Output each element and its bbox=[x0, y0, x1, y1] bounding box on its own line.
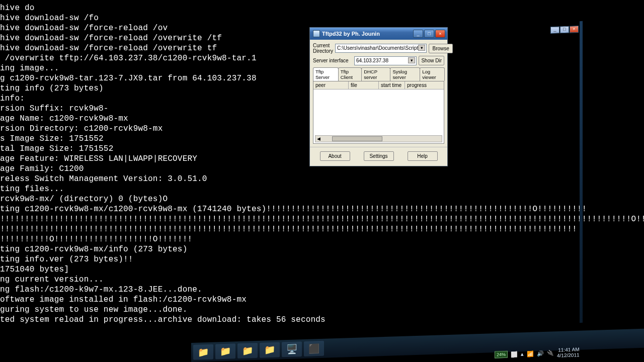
tray-chevron-icon[interactable]: ▴ bbox=[521, 350, 524, 357]
terminal-line: ting c1200-rcvk9w8-mx/info (273 bytes) bbox=[0, 244, 644, 254]
close-button[interactable]: × bbox=[435, 30, 445, 38]
column-headers: peer file start time progress bbox=[313, 81, 444, 89]
terminal-line: !!!!!!!!!!O!!!!!!!!!!!!!!!!!!!!O!!!!!!! bbox=[0, 234, 644, 244]
terminal-line: guring system to use new image...done. bbox=[0, 305, 644, 315]
terminal-line: ting info.ver (273 bytes)!! bbox=[0, 254, 644, 264]
tab-dhcp-server[interactable]: DHCP server bbox=[361, 67, 390, 81]
terminal-line: 1751040 bytes] bbox=[0, 264, 644, 275]
cmd-close-button[interactable]: × bbox=[570, 26, 579, 33]
tab-tftp-client[interactable]: Tftp Client bbox=[338, 67, 362, 81]
maximize-button[interactable]: □ bbox=[424, 30, 434, 38]
tftp-server-panel: peer file start time progress ◀ bbox=[313, 81, 444, 144]
tab-bar: Tftp Server Tftp Client DHCP server Sysl… bbox=[313, 67, 444, 81]
browse-button[interactable]: Browse bbox=[429, 44, 453, 53]
server-interface-label: Server interface bbox=[313, 58, 352, 63]
cmd-maximize-button[interactable]: □ bbox=[560, 26, 569, 34]
col-peer[interactable]: peer bbox=[313, 81, 349, 89]
col-progress[interactable]: progress bbox=[405, 81, 444, 89]
taskbar-icon-folder-2[interactable]: 📁 bbox=[237, 343, 258, 358]
clock[interactable]: 11:41 AM 4/12/2011 bbox=[557, 346, 580, 358]
tab-tftp-server[interactable]: Tftp Server bbox=[313, 67, 339, 81]
col-file[interactable]: file bbox=[349, 81, 379, 89]
dialog-titlebar[interactable]: Tftpd32 by Ph. Jounin _ □ × bbox=[310, 28, 447, 40]
current-directory-label: Current Directory bbox=[313, 43, 333, 54]
terminal-line: hive do bbox=[0, 3, 644, 13]
cmd-minimize-button[interactable]: _ bbox=[550, 26, 559, 34]
tray-icon[interactable]: ⬜ bbox=[511, 351, 518, 357]
dialog-title: Tftpd32 by Ph. Jounin bbox=[322, 31, 413, 37]
taskbar-icon-tftpd[interactable]: ⬛ bbox=[304, 341, 324, 356]
col-start-time[interactable]: start time bbox=[379, 81, 405, 89]
app-icon bbox=[313, 30, 320, 37]
taskbar-icon-folder[interactable]: 📁 bbox=[215, 343, 235, 359]
minimize-button[interactable]: _ bbox=[413, 30, 423, 38]
settings-button[interactable]: Settings bbox=[364, 151, 394, 161]
monitor-edge bbox=[580, 21, 583, 323]
terminal-line: !!!!!!!!!!!!!!!!!!!!!!!!!!!!!!!!!!!!!!!!… bbox=[0, 214, 644, 224]
scrollbar-thumb[interactable] bbox=[332, 136, 382, 141]
tab-syslog-server[interactable]: Syslog server bbox=[390, 67, 420, 81]
current-directory-combo[interactable]: C:\Users\vinashar\Documents\Script bbox=[335, 44, 427, 53]
terminal-line: hive download-sw /fo bbox=[0, 13, 644, 23]
system-tray[interactable]: 24% ⬜ ▴ 📶 🔊 🔌 11:41 AM 4/12/2011 bbox=[495, 346, 580, 360]
network-icon[interactable]: 📶 bbox=[527, 350, 534, 357]
terminal-line: ted system reload in progress...archive … bbox=[0, 315, 644, 325]
about-button[interactable]: About bbox=[320, 151, 350, 161]
terminal-line: oftware image installed in flash:/c1200-… bbox=[0, 295, 644, 305]
cmd-window-controls: _ □ × bbox=[550, 26, 579, 34]
terminal-line: rcvk9w8-mx/ (directory) 0 (bytes)O bbox=[0, 194, 644, 204]
terminal-line: reless Switch Management Version: 3.0.51… bbox=[0, 174, 644, 184]
tftpd32-dialog: Tftpd32 by Ph. Jounin _ □ × Current Dire… bbox=[309, 27, 448, 166]
volume-icon[interactable]: 🔊 bbox=[537, 350, 544, 356]
power-icon[interactable]: 🔌 bbox=[547, 349, 554, 356]
taskbar-icon-folder-3[interactable]: 📁 bbox=[260, 342, 280, 357]
terminal-line: ng current version... bbox=[0, 275, 644, 285]
terminal-line: ting files... bbox=[0, 184, 644, 194]
tab-log-viewer[interactable]: Log viewer bbox=[420, 67, 445, 81]
horizontal-scrollbar[interactable]: ◀ bbox=[315, 135, 442, 142]
show-dir-button[interactable]: Show Dir bbox=[419, 56, 444, 65]
taskbar-icon-app[interactable]: 🖥️ bbox=[282, 341, 302, 357]
taskbar-icon-explorer[interactable]: 📁 bbox=[193, 344, 213, 360]
help-button[interactable]: Help bbox=[408, 151, 438, 161]
server-interface-combo[interactable]: 64.103.237.38 bbox=[354, 56, 417, 65]
terminal-line: ng flash:/c1200-k9w7-mx.123-8.JEE...done… bbox=[0, 285, 644, 295]
terminal-line: ting c1200-rcvk9w8-mx/c1200-rcvk9w8-mx (… bbox=[0, 204, 644, 214]
terminal-line: !!!!!!!!!!!!!!!!!!!!!!!!!!!!!!!!!!!!!!!!… bbox=[0, 224, 644, 234]
battery-indicator[interactable]: 24% bbox=[495, 351, 508, 358]
